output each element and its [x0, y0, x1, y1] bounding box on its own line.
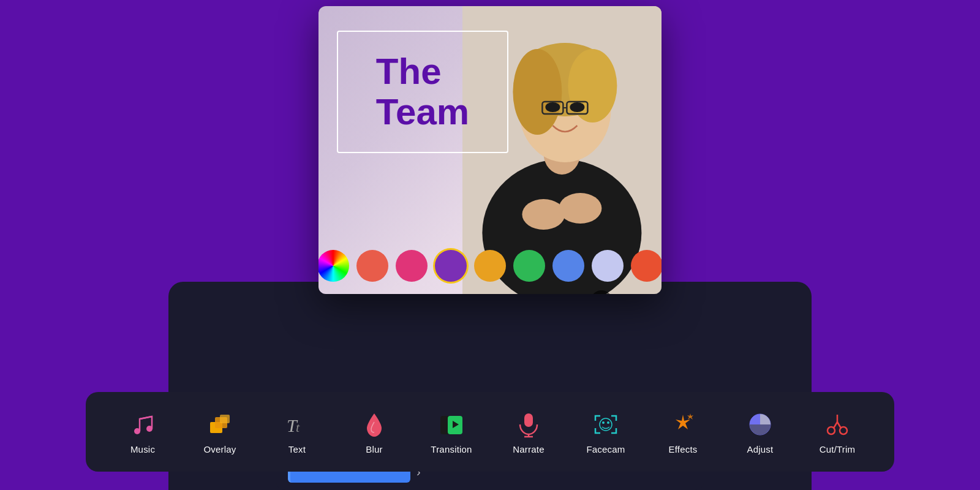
color-swatch-purple[interactable]	[435, 250, 467, 282]
facecam-icon	[591, 410, 620, 439]
slide-title: The Team	[370, 45, 475, 138]
adjust-icon	[745, 410, 775, 439]
toolbar-item-narrate[interactable]: Narrate	[501, 410, 556, 454]
toolbar-item-transition[interactable]: Transition	[424, 410, 479, 454]
color-swatch-orange-red[interactable]	[631, 250, 662, 282]
color-swatch-blue[interactable]	[552, 250, 584, 282]
svg-line-32	[834, 422, 837, 428]
effects-icon	[668, 410, 698, 439]
toolbar-item-adjust[interactable]: Adjust	[733, 410, 788, 454]
toolbar-item-music[interactable]: Music	[115, 410, 170, 454]
toolbar-item-text[interactable]: T t Text	[270, 410, 325, 454]
toolbar-item-blur[interactable]: Blur	[347, 410, 402, 454]
toolbar-item-effects[interactable]: Effects	[655, 410, 710, 454]
music-icon	[128, 410, 157, 439]
color-swatch-lavender[interactable]	[592, 250, 624, 282]
transition-icon	[437, 410, 466, 439]
svg-point-7	[546, 102, 560, 112]
toolbar-item-overlay[interactable]: Overlay	[192, 410, 247, 454]
adjust-label: Adjust	[747, 444, 774, 454]
color-swatch-green[interactable]	[513, 250, 545, 282]
svg-point-15	[146, 426, 153, 432]
text-overlay-box[interactable]: The Team	[337, 31, 508, 153]
svg-point-28	[607, 421, 609, 424]
blur-icon	[360, 410, 389, 439]
color-picker-row	[318, 250, 662, 282]
cut-icon	[823, 410, 852, 439]
toolbar: Music Overlay T t Text	[86, 392, 894, 472]
canvas-area: The Team	[0, 0, 980, 490]
svg-point-5	[513, 49, 562, 135]
svg-point-27	[602, 421, 605, 424]
facecam-label: Facecam	[586, 444, 625, 454]
text-icon: T t	[282, 410, 312, 439]
color-swatch-rainbow[interactable]	[318, 250, 349, 282]
effects-label: Effects	[669, 444, 698, 454]
color-swatch-gold[interactable]	[474, 250, 506, 282]
narrate-icon	[514, 410, 543, 439]
svg-rect-18	[220, 415, 230, 423]
svg-point-14	[134, 428, 140, 434]
transition-label: Transition	[431, 444, 472, 454]
overlay-label: Overlay	[203, 444, 236, 454]
svg-point-13	[559, 193, 602, 224]
toolbar-item-facecam[interactable]: Facecam	[578, 410, 633, 454]
slide-image: The Team	[318, 6, 662, 294]
color-swatch-pink[interactable]	[396, 250, 428, 282]
svg-text:t: t	[296, 420, 300, 435]
narrate-label: Narrate	[513, 444, 544, 454]
color-swatch-coral[interactable]	[356, 250, 388, 282]
svg-point-12	[522, 199, 565, 230]
slide-preview[interactable]: The Team	[318, 6, 662, 294]
overlay-icon	[205, 410, 235, 439]
svg-rect-23	[524, 413, 533, 427]
blur-label: Blur	[366, 444, 382, 454]
svg-line-33	[837, 422, 841, 428]
text-label: Text	[288, 444, 306, 454]
music-label: Music	[130, 444, 155, 454]
toolbar-item-cut[interactable]: Cut/Trim	[810, 410, 865, 454]
cut-label: Cut/Trim	[820, 444, 856, 454]
svg-point-8	[570, 102, 585, 112]
